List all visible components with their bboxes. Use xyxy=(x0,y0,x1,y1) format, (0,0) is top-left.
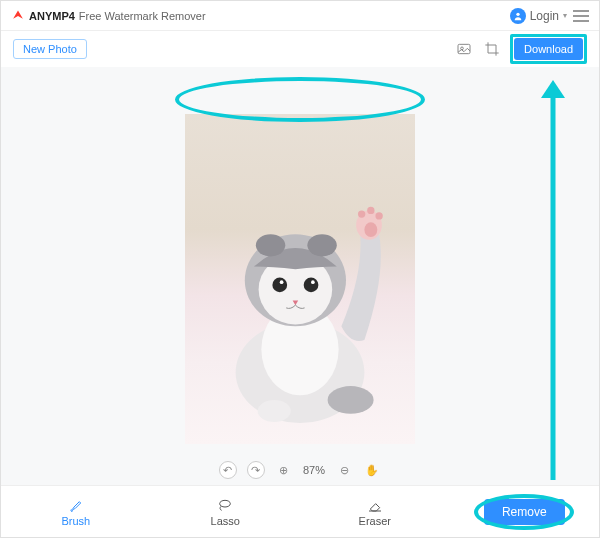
brand-name: ANYMP4 xyxy=(29,10,75,22)
new-photo-button[interactable]: New Photo xyxy=(13,39,87,59)
app-title: Free Watermark Remover xyxy=(79,10,206,22)
annotation-download-highlight: Download xyxy=(510,34,587,64)
zoom-out-button[interactable]: ⊖ xyxy=(335,461,353,479)
user-icon xyxy=(510,8,526,24)
svg-point-10 xyxy=(304,278,319,293)
svg-point-11 xyxy=(280,280,284,284)
tab-lasso[interactable]: Lasso xyxy=(151,497,301,527)
tab-brush[interactable]: Brush xyxy=(1,497,151,527)
tab-brush-label: Brush xyxy=(61,515,90,527)
canvas-area: ↶ ↷ ⊕ 87% ⊖ ✋ xyxy=(1,67,599,485)
undo-button[interactable]: ↶ xyxy=(219,461,237,479)
svg-point-0 xyxy=(516,12,519,15)
download-button[interactable]: Download xyxy=(514,38,583,60)
login-button[interactable]: Login ▾ xyxy=(510,8,567,24)
menu-icon[interactable] xyxy=(573,10,589,22)
kitten-image xyxy=(208,170,392,427)
svg-point-17 xyxy=(364,222,377,237)
annotation-watermark-ellipse xyxy=(175,77,425,122)
tab-lasso-label: Lasso xyxy=(211,515,240,527)
crop-icon[interactable] xyxy=(482,39,502,59)
chevron-down-icon: ▾ xyxy=(563,11,567,20)
compare-icon[interactable] xyxy=(454,39,474,59)
svg-point-18 xyxy=(258,400,291,422)
svg-point-19 xyxy=(328,386,374,414)
login-label: Login xyxy=(530,9,559,23)
brand-logo-icon xyxy=(11,9,25,23)
svg-point-15 xyxy=(367,207,374,214)
svg-point-9 xyxy=(272,278,287,293)
toolbar: New Photo Download xyxy=(1,31,599,67)
remove-button[interactable]: Remove xyxy=(484,499,565,525)
redo-button[interactable]: ↷ xyxy=(247,461,265,479)
svg-point-8 xyxy=(307,234,336,256)
tab-eraser-label: Eraser xyxy=(359,515,391,527)
svg-point-16 xyxy=(375,212,382,219)
zoom-controls: ↶ ↷ ⊕ 87% ⊖ ✋ xyxy=(219,461,381,479)
photo-preview[interactable] xyxy=(185,114,415,444)
svg-point-14 xyxy=(358,210,365,217)
svg-point-20 xyxy=(220,500,231,507)
svg-point-12 xyxy=(311,280,315,284)
tab-eraser[interactable]: Eraser xyxy=(300,497,450,527)
app-window: ANYMP4 Free Watermark Remover Login ▾ Ne… xyxy=(0,0,600,538)
svg-point-7 xyxy=(256,234,285,256)
bottom-tool-tabs: Brush Lasso Eraser Remove xyxy=(1,485,599,537)
zoom-percent: 87% xyxy=(303,464,325,476)
header: ANYMP4 Free Watermark Remover Login ▾ xyxy=(1,1,599,31)
zoom-in-button[interactable]: ⊕ xyxy=(275,461,293,479)
pan-button[interactable]: ✋ xyxy=(363,461,381,479)
